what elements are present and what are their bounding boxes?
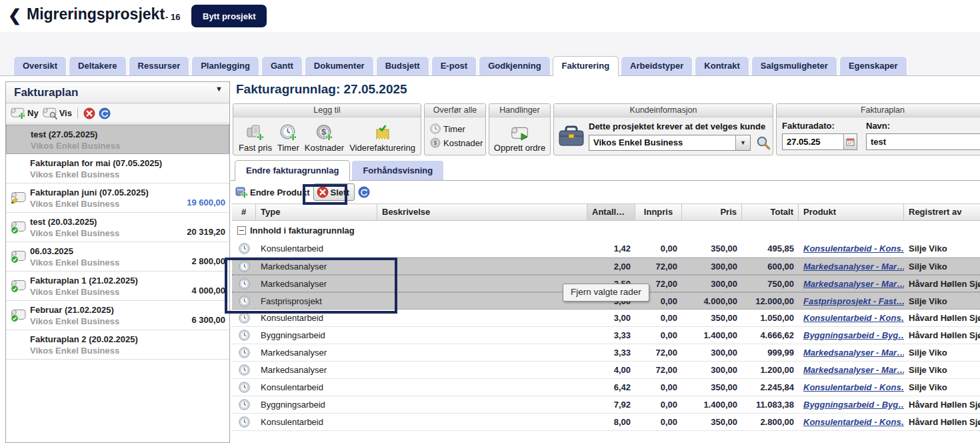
- list-item[interactable]: Februar (21.02.2025) Vikos Enkel Busines…: [6, 301, 229, 330]
- tab-planlegging[interactable]: Planlegging: [191, 56, 259, 75]
- chevron-down-icon[interactable]: ▼: [215, 85, 223, 93]
- product-link[interactable]: Byggningsarbeid - Byg…: [803, 400, 904, 410]
- cell-produkt: Markedsanalyser - Mar…: [799, 279, 904, 289]
- table-row[interactable]: Markedsanalyser 4,00 72,00 300,00 1.200,…: [232, 362, 980, 379]
- transfer-timer-button[interactable]: Timer: [430, 123, 465, 134]
- cell-antall: 1,42: [587, 244, 635, 254]
- create-order-button[interactable]: Opprett ordre: [494, 125, 545, 153]
- tab-oversikt[interactable]: Oversikt: [13, 56, 67, 75]
- collapse-icon[interactable]: [237, 226, 246, 235]
- new-invoice-plan-button[interactable]: Ny: [10, 107, 39, 119]
- table-row[interactable]: Markedsanalyser 3,33 72,00 300,00 999,99…: [232, 344, 980, 362]
- back-icon[interactable]: ❮: [8, 6, 21, 25]
- transfer-kostnader-button[interactable]: $Kostnader: [430, 137, 483, 148]
- list-item[interactable]: 06.03.2025 Vikos Enkel Business 2 800,00: [6, 242, 229, 272]
- cell-antall: 3,33: [587, 330, 635, 340]
- tab-e-post[interactable]: E-post: [431, 56, 477, 75]
- col-beskrivelse[interactable]: Beskrivelse: [377, 204, 587, 220]
- tab-egenskaper[interactable]: Egenskaper: [839, 56, 907, 75]
- cell-antall: 8,00: [587, 417, 635, 427]
- plan-amount: 20 319,20: [187, 227, 225, 237]
- list-item[interactable]: test (20.03.2025) Vikos Enkel Business 2…: [6, 213, 229, 242]
- tab-gantt[interactable]: Gantt: [261, 56, 303, 75]
- add-timer-button[interactable]: Timer: [277, 123, 299, 153]
- table-row[interactable]: Konsulentarbeid 8,00 0,00 350,00 2.800,0…: [232, 414, 980, 431]
- tab-kontrakt[interactable]: Kontrakt: [695, 56, 749, 75]
- product-link[interactable]: Konsulentarbeid - Kons…: [803, 244, 904, 254]
- invoice-basis-title: Fakturagrunnlag: 27.05.2025: [236, 82, 407, 97]
- add-kostnader-button[interactable]: $Kostnader: [305, 123, 344, 153]
- product-link[interactable]: Markedsanalyser - Mar…: [803, 365, 904, 375]
- calendar-icon[interactable]: [843, 134, 857, 149]
- list-item[interactable]: Fakturaplan for mai (07.05.2025) Vikos E…: [6, 154, 229, 183]
- cell-totalt: 12.000,00: [742, 296, 799, 306]
- cell-totalt: 1.200,00: [742, 365, 799, 375]
- table-row[interactable]: Konsulentarbeid 1,42 0,00 350,00 495,85 …: [232, 240, 980, 258]
- plan-name-label: Navn:: [866, 121, 890, 131]
- col-number[interactable]: #: [232, 204, 256, 220]
- tab-budsjett[interactable]: Budsjett: [376, 56, 429, 75]
- cell-antall: 3,00: [587, 313, 635, 323]
- plan-customer: Vikos Enkel Business: [30, 169, 224, 180]
- product-link[interactable]: Markedsanalyser - Mar…: [803, 279, 904, 289]
- add-fast-pris-button[interactable]: Fast pris: [239, 123, 272, 153]
- customer-select[interactable]: Vikos Enkel Business ▼: [589, 135, 751, 151]
- main-panel: Fakturagrunnlag: 27.05.2025 Legg til Fas…: [231, 76, 980, 443]
- delete-icon[interactable]: [83, 107, 95, 119]
- chevron-down-icon[interactable]: ▼: [735, 135, 750, 150]
- cell-totalt: 750,00: [742, 279, 799, 289]
- product-link[interactable]: Konsulentarbeid - Kons…: [803, 313, 904, 323]
- delete-rows-button[interactable]: Slett: [313, 183, 355, 201]
- list-item[interactable]: Fakturaplan 2 (20.02.2025) Vikos Enkel B…: [6, 330, 229, 360]
- search-icon[interactable]: [756, 135, 771, 150]
- tab-salgsmuligheter[interactable]: Salgsmuligheter: [751, 56, 837, 75]
- subtab[interactable]: Endre fakturagrunnlag: [235, 160, 350, 181]
- add-viderefakturering-button[interactable]: Viderefakturering: [349, 123, 415, 153]
- cell-produkt: Markedsanalyser - Mar…: [799, 262, 904, 272]
- table-row[interactable]: Byggningsarbeid 7,92 0,00 1.400,00 11.08…: [232, 396, 980, 414]
- col-pris[interactable]: Pris: [682, 204, 742, 220]
- grid-toolbar: Endre Produkt Slett: [235, 182, 370, 202]
- product-link[interactable]: Konsulentarbeid - Kons…: [803, 382, 904, 392]
- col-antall[interactable]: Antall…: [587, 204, 635, 220]
- col-type[interactable]: Type: [256, 204, 377, 220]
- edit-product-button[interactable]: Endre Produkt: [235, 186, 310, 198]
- col-registrert-av[interactable]: Registrert av: [904, 204, 980, 220]
- list-item[interactable]: test (27.05.2025) Vikos Enkel Business: [6, 125, 229, 154]
- tab-deltakere[interactable]: Deltakere: [69, 56, 127, 75]
- refresh-icon[interactable]: [99, 107, 111, 119]
- cell-antall: 7,92: [587, 400, 635, 410]
- switch-project-button[interactable]: Bytt prosjekt: [191, 5, 267, 27]
- table-row[interactable]: Konsulentarbeid 6,42 0,00 350,00 2.245,8…: [232, 379, 980, 396]
- product-link[interactable]: Markedsanalyser - Mar…: [803, 348, 904, 358]
- cell-registrert-av: Silje Viko: [904, 365, 980, 375]
- plan-name-input[interactable]: [866, 133, 980, 150]
- tab-ressurser[interactable]: Ressurser: [129, 56, 190, 75]
- list-item[interactable]: Fakturaplan 1 (21.02.2025) Vikos Enkel B…: [6, 272, 229, 301]
- table-row[interactable]: Markedsanalyser 2,00 72,00 300,00 600,00…: [232, 258, 980, 275]
- table-row[interactable]: Byggningsarbeid 3,33 0,00 1.400,00 4.666…: [232, 327, 980, 344]
- col-innpris[interactable]: Innpris: [635, 204, 682, 220]
- cell-registrert-av: Silje Viko: [904, 244, 980, 254]
- tab-fakturering[interactable]: Fakturering: [553, 56, 619, 76]
- tab-godkjenning[interactable]: Godkjenning: [479, 56, 550, 75]
- clock-add-icon: [278, 123, 298, 142]
- product-link[interactable]: Fastprisprosjekt - Fast…: [803, 296, 904, 306]
- view-invoice-plan-button[interactable]: Vis: [42, 107, 72, 119]
- list-item[interactable]: Fakturaplan juni (07.05.2025) Vikos Enke…: [6, 183, 229, 213]
- col-totalt[interactable]: Totalt: [742, 204, 799, 220]
- tab-dokumenter[interactable]: Dokumenter: [305, 56, 374, 75]
- invoice-date-input[interactable]: [783, 134, 843, 149]
- plan-amount: 6 300,00: [191, 315, 225, 325]
- tab-arbeidstyper[interactable]: Arbeidstyper: [621, 56, 693, 75]
- refresh-icon[interactable]: [358, 186, 370, 198]
- table-row[interactable]: Konsulentarbeid 3,00 0,00 350,00 1.050,0…: [232, 310, 980, 327]
- product-link[interactable]: Markedsanalyser - Mar…: [803, 262, 904, 272]
- subtab[interactable]: Forhåndsvisning: [351, 160, 444, 180]
- clock-icon: [232, 416, 256, 428]
- product-link[interactable]: Konsulentarbeid - Kons…: [803, 417, 904, 427]
- cell-pris: 350,00: [682, 417, 742, 427]
- invoice-plan-list: test (27.05.2025) Vikos Enkel Business F…: [6, 124, 229, 442]
- col-produkt[interactable]: Produkt: [799, 204, 904, 220]
- product-link[interactable]: Byggningsarbeid - Byg…: [803, 330, 904, 340]
